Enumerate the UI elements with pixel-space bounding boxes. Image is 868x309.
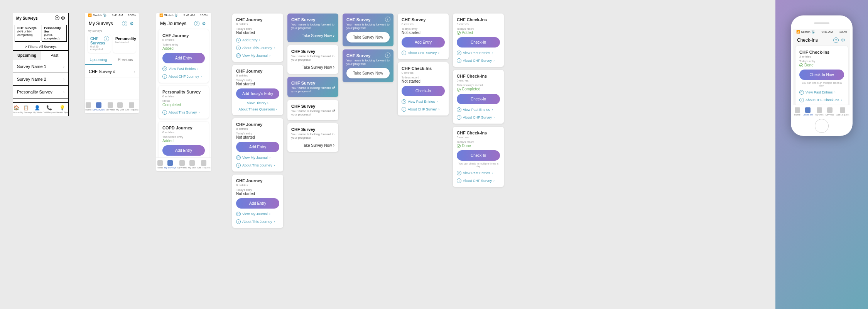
card-link[interactable]: iAbout CHF Survey›	[457, 178, 500, 183]
tab-call[interactable]: Call Request	[197, 160, 210, 169]
survey-card-chf[interactable]: CHF Surveys 0 of 20 completed i	[88, 34, 111, 53]
card-link[interactable]: 📄View My Journal›	[236, 212, 279, 216]
card-link[interactable]: ⟳View Past Entries›	[457, 107, 500, 112]
add-entry-button[interactable]: Add Entry	[236, 142, 279, 152]
card-link[interactable]: iAbout This Survey›	[162, 110, 205, 115]
device-frame: 📶 Sketch 📡9:41 AM100% Check-Ins?⚙ CHF Ch…	[791, 15, 853, 136]
page-title: Check-Ins	[797, 37, 818, 43]
card-link[interactable]: iAbout CHF Survey›	[402, 51, 445, 55]
tab-previous[interactable]: Previous	[112, 55, 139, 65]
add-entry-button[interactable]: Add Today's Entry	[236, 88, 279, 99]
add-entry-button[interactable]: Add Entry	[162, 53, 205, 63]
tab-visit[interactable]: My Visit	[815, 107, 823, 116]
info-icon[interactable]: i	[385, 53, 390, 58]
list-item[interactable]: Survey Name 2›	[13, 73, 68, 86]
tab-call[interactable]: Call Request	[125, 102, 138, 111]
card-link[interactable]: iAbout CHF Survey›	[457, 115, 500, 120]
tab-tips[interactable]: 💡Health Tips	[56, 105, 68, 114]
survey-prompt: CHF SurveyYour nurse is looking forward …	[287, 123, 338, 152]
tab-vitals[interactable]: My Vitals	[106, 102, 115, 111]
checkin-button[interactable]: Check-In	[457, 94, 500, 104]
tab-checkins[interactable]: Check-Ins	[803, 107, 813, 116]
action-button[interactable]: Add Entry	[402, 37, 445, 48]
help-icon[interactable]: ?	[55, 15, 59, 20]
survey-prompt[interactable]: CHF SurveyYour nurse is looking forward …	[287, 100, 338, 120]
card-link[interactable]: ⟳View Past Entries›	[162, 66, 205, 71]
card-link[interactable]: +Add Entry›	[236, 38, 279, 42]
tab-call[interactable]: Call Request	[836, 107, 849, 116]
help-icon[interactable]: ?	[122, 21, 127, 26]
view-past-link[interactable]: ⟳View Past Entries›	[799, 90, 844, 95]
take-survey-link[interactable]: Take Survey Now ›	[302, 33, 334, 38]
gear-icon[interactable]: ⚙	[130, 21, 135, 26]
statusbar: 📶 Sketch 📡9:41 AM100%	[793, 29, 850, 34]
filter-row[interactable]: > Filters: All Surveys	[13, 43, 68, 51]
card-link[interactable]: 📄View My Journal›	[236, 155, 279, 160]
tab-home[interactable]: Home	[85, 102, 91, 111]
checkin-button[interactable]: Check-In	[457, 150, 500, 161]
take-survey-link[interactable]: Take Survey Now ›	[302, 65, 334, 70]
tab-surveys[interactable]: My Surveys	[164, 160, 176, 169]
home-button[interactable]	[815, 119, 829, 133]
take-survey-link[interactable]: Take Survey Now ›	[302, 143, 334, 148]
info-icon: i	[236, 219, 241, 224]
add-entry-button[interactable]: Add Entry	[236, 198, 279, 209]
list-item[interactable]: CHF Survey #›	[85, 65, 139, 78]
card-link[interactable]: ⟳View Past Entries›	[402, 99, 445, 104]
tab-surveys[interactable]: 📋My Surveys	[20, 105, 32, 114]
speaker	[814, 22, 829, 24]
card-link[interactable]: iAbout This Journey›	[236, 219, 279, 224]
tab-surveys[interactable]: My Surveys	[93, 102, 105, 111]
tab-visit2[interactable]: My Visit	[826, 107, 834, 116]
survey-prompt[interactable]: CHF SurveyYour nurse is looking forward …	[287, 77, 338, 97]
card-link[interactable]: ⟳View Past Entries›	[457, 51, 500, 55]
center-link[interactable]: About These Questions ›	[236, 107, 279, 111]
take-survey-button[interactable]: Take Survey Now	[346, 68, 390, 78]
link-icon: i	[457, 115, 461, 120]
card-link[interactable]: ⟳View Past Entries›	[457, 171, 500, 175]
card-link[interactable]: iAbout CHF Survey›	[402, 107, 445, 112]
info-icon[interactable]: i	[104, 36, 109, 41]
card-link[interactable]: 📄View My Journal›	[236, 53, 279, 58]
take-survey-button[interactable]: Take Survey Now	[346, 32, 390, 42]
tab-past[interactable]: Past	[41, 51, 69, 60]
tab-visit[interactable]: My Visit	[188, 160, 196, 169]
header: My Surveys ?⚙	[85, 18, 139, 29]
center-link[interactable]: View History ›	[236, 101, 279, 105]
tab-vitals[interactable]: 👤My Vitals	[33, 105, 42, 114]
link-icon: i	[457, 58, 461, 63]
segment-personality[interactable]: Personality Sur(NN% completed)	[42, 25, 67, 42]
card-link[interactable]: iAbout This Journey›	[236, 46, 279, 50]
link-icon: i	[162, 110, 167, 115]
list-item[interactable]: Presonality Survey›	[13, 86, 68, 98]
gear-icon[interactable]: ⚙	[61, 15, 65, 21]
tab-visit[interactable]: My Visit	[116, 102, 124, 111]
checkin-button[interactable]: Check-In	[457, 37, 500, 48]
action-button[interactable]: Check-In	[402, 86, 445, 96]
tab-upcoming[interactable]: Upcoming	[13, 51, 41, 60]
tab-home[interactable]: Home	[794, 107, 800, 116]
help-icon[interactable]: ?	[194, 21, 199, 26]
tab-vitals[interactable]: My Vitals	[177, 160, 187, 169]
tab-home[interactable]: 🏠Home	[14, 105, 20, 114]
tab-upcoming[interactable]: Upcoming	[85, 55, 112, 65]
help-icon[interactable]: ?	[833, 37, 839, 43]
card-link[interactable]: iAbout CHF Journey›	[162, 74, 205, 79]
survey-card-personality[interactable]: Personality Su Not started	[113, 34, 136, 53]
journey-card: CHF Journey0 entriesToday's entryNot sta…	[232, 65, 283, 115]
about-link[interactable]: iAbout CHF Check-Ins›	[799, 98, 844, 102]
info-icon: i	[236, 163, 241, 168]
list-item[interactable]: Survey Name 1›	[13, 60, 68, 73]
card-link[interactable]: iAbout This Journey›	[236, 163, 279, 168]
info-icon[interactable]: i	[385, 17, 390, 22]
card-link[interactable]: iAbout CHF Survey›	[457, 58, 500, 63]
add-entry-button[interactable]: Add Entry	[162, 145, 205, 156]
tab-home[interactable]: Home	[157, 160, 163, 169]
segment-chf[interactable]: CHF Surveys(NN of NN completed)	[15, 25, 40, 42]
gear-icon[interactable]: ⚙	[202, 21, 207, 26]
plus-icon: +	[236, 38, 241, 42]
tab-call[interactable]: 📞Call Request	[43, 105, 56, 114]
link-icon: i	[457, 178, 461, 183]
gear-icon[interactable]: ⚙	[841, 37, 846, 43]
checkin-button[interactable]: Check-In Now	[799, 70, 844, 80]
